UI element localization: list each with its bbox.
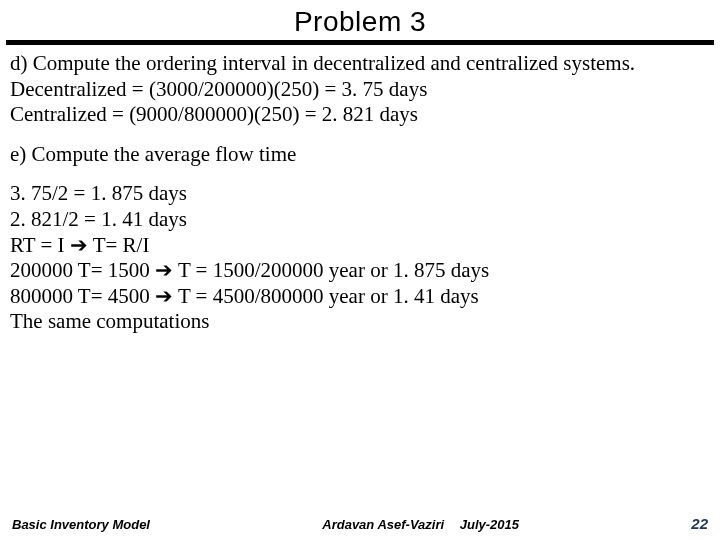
section-d: d) Compute the ordering interval in dece…: [10, 51, 710, 128]
page-number: 22: [691, 515, 708, 532]
section-e-line4: 200000 T= 1500 ➔ T = 1500/200000 year or…: [10, 258, 710, 284]
footer-center: Ardavan Asef-Vaziri July-2015: [150, 517, 691, 532]
page-title: Problem 3: [0, 6, 720, 38]
footer-date: July-2015: [460, 517, 519, 532]
footer-author: Ardavan Asef-Vaziri: [322, 517, 444, 532]
title-bar: Problem 3: [0, 0, 720, 40]
footer-left: Basic Inventory Model: [12, 517, 150, 532]
section-e-line2: 2. 821/2 = 1. 41 days: [10, 207, 710, 233]
section-e-body: 3. 75/2 = 1. 875 days 2. 821/2 = 1. 41 d…: [10, 181, 710, 335]
section-e-line5: 800000 T= 4500 ➔ T = 4500/800000 year or…: [10, 284, 710, 310]
slide-content: d) Compute the ordering interval in dece…: [0, 45, 720, 335]
section-e-line6: The same computations: [10, 309, 710, 335]
section-e-prompt: e) Compute the average flow time: [10, 142, 710, 168]
slide-footer: Basic Inventory Model Ardavan Asef-Vazir…: [0, 515, 720, 532]
section-e-line1: 3. 75/2 = 1. 875 days: [10, 181, 710, 207]
section-e-prompt-block: e) Compute the average flow time: [10, 142, 710, 168]
section-e-line3: RT = I ➔ T= R/I: [10, 233, 710, 259]
section-d-line2: Centralized = (9000/800000)(250) = 2. 82…: [10, 102, 710, 128]
section-d-prompt: d) Compute the ordering interval in dece…: [10, 51, 710, 77]
section-d-line1: Decentralized = (3000/200000)(250) = 3. …: [10, 77, 710, 103]
